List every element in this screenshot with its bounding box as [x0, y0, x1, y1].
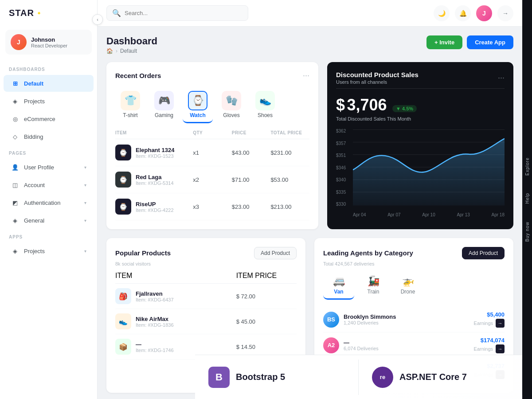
agent-name: Brooklyn Simmons [344, 313, 396, 320]
breadcrumb: 🏠 › Default [106, 48, 157, 54]
rating-arrow[interactable]: → [496, 319, 505, 328]
explore-label[interactable]: Explore [525, 157, 530, 176]
add-product-button[interactable]: Add Product [254, 247, 297, 259]
help-label[interactable]: Help [525, 193, 530, 204]
add-product-button-2[interactable]: Add Product [462, 247, 505, 259]
search-input[interactable] [125, 10, 243, 16]
rating-label: Earnings [474, 346, 493, 352]
sidebar-item-default[interactable]: ⊞ Default [4, 75, 94, 92]
chart-y-labels: $362 $357 $351 $346 $340 $335 $330 [336, 129, 352, 207]
rating-arrow[interactable]: → [496, 344, 505, 353]
order-qty: x1 [193, 149, 232, 156]
cat-tab-watch[interactable]: ⌚ Watch [183, 87, 213, 123]
order-thumbnail: ⌚ [115, 145, 131, 160]
page-content: Dashboard 🏠 › Default + Invite Create Ap… [98, 27, 522, 399]
product-price: $ 45.00 [236, 318, 297, 325]
theme-toggle-icon[interactable]: 🌙 [434, 5, 450, 21]
drone-icon: 🚁 [402, 275, 414, 287]
shoes-icon: 👟 [255, 91, 275, 110]
card-menu-icon[interactable]: ··· [303, 71, 309, 80]
agent-cat-van[interactable]: 🚐 Van [323, 272, 354, 300]
top-row: Recent Orders ··· 👕 T-shirt 🎮 Gaming ⌚ [106, 62, 513, 229]
arrow-right-icon[interactable]: → [497, 5, 513, 21]
sidebar-item-bidding[interactable]: ◇ Bidding [4, 128, 94, 145]
chevron-down-icon: ▾ [84, 165, 86, 170]
col-price: ITEM PRICE [236, 272, 297, 280]
sidebar-item-account[interactable]: ◫ Account ▾ [4, 176, 94, 193]
cat-label: Gloves [223, 112, 239, 118]
product-name: — [136, 341, 174, 348]
user-role: React Developer [31, 43, 67, 48]
sales-title: Discounted Product Sales [336, 71, 419, 78]
product-info: Nike AirMax Item: #XDG-1836 [136, 316, 174, 328]
topbar-right: 🌙 🔔 J → [434, 5, 513, 21]
cat-label: Train [368, 289, 379, 295]
sidebar-item-apps-projects[interactable]: ◈ Projects ▾ [4, 243, 94, 259]
cat-label: T-shirt [123, 112, 137, 118]
promo-aspnet[interactable]: re ASP.NET Core 7 [359, 360, 522, 395]
user-profile-card[interactable]: J Johnson React Developer [5, 30, 92, 55]
cat-label: Gaming [155, 112, 173, 118]
notification-icon[interactable]: 🔔 [455, 5, 471, 21]
create-app-button[interactable]: Create App [467, 35, 513, 49]
order-info: Elephant 1324 Item: #XDG-1523 [136, 147, 174, 159]
chart-x-labels: Apr 04 Apr 07 Apr 10 Apr 13 Apr 18 [353, 212, 505, 217]
products-table: ITEM ITEM PRICE 🎒 Fjallraven Item: #XDG-… [115, 272, 297, 360]
order-price: $71.00 [232, 176, 271, 183]
product-info: — Item: #XDG-1746 [136, 341, 174, 353]
order-id: Item: #XDG-1523 [136, 153, 174, 159]
col-item: ITEM [115, 130, 193, 135]
page-header-left: Dashboard 🏠 › Default [106, 35, 157, 54]
breadcrumb-sep: › [116, 48, 117, 54]
logo-star-icon: ✦ [37, 10, 41, 16]
pages-section-label: PAGES [0, 145, 97, 158]
buy-now-label[interactable]: Buy now [525, 222, 530, 242]
page-title: Dashboard [106, 35, 157, 47]
cat-tab-gloves[interactable]: 🧤 Gloves [216, 87, 246, 123]
sidebar-item-label: Bidding [24, 133, 43, 140]
col-qty: QTY [193, 130, 232, 135]
chart-label-y: $362 [336, 129, 352, 133]
promo-bootstrap[interactable]: B Bootstrap 5 [195, 360, 359, 395]
chevron-down-icon: ▾ [84, 218, 86, 223]
sidebar-item-ecommerce[interactable]: ◎ eCommerce [4, 110, 94, 127]
product-price: $ 14.50 [236, 344, 297, 350]
order-info: RiseUP Item: #XDG-4222 [136, 201, 174, 213]
sidebar-item-authentication[interactable]: ◩ Authentication ▾ [4, 194, 94, 211]
order-total: $53.00 [270, 176, 309, 183]
sidebar-item-general[interactable]: ◈ General ▾ [4, 212, 94, 229]
sidebar-item-label: eCommerce [24, 116, 55, 122]
sales-subtitle: Users from all channels [336, 79, 419, 85]
search-bar[interactable]: 🔍 [106, 5, 248, 21]
agent-stats: $5,400 Earnings → [474, 311, 505, 328]
home-icon: 🏠 [106, 48, 113, 54]
agent-cat-drone[interactable]: 🚁 Drone [392, 272, 423, 300]
topbar-avatar[interactable]: J [476, 5, 492, 21]
order-price: $43.00 [232, 149, 271, 156]
cat-label: Drone [401, 289, 415, 295]
cat-tab-gaming[interactable]: 🎮 Gaming [149, 87, 179, 123]
chevron-down-icon: ▾ [84, 249, 86, 254]
projects-icon: ◈ [11, 97, 20, 106]
chart-label-y: $340 [336, 177, 352, 182]
user-profile-icon: 👤 [11, 163, 20, 172]
card-menu-icon[interactable]: ··· [498, 73, 505, 82]
product-info: Fjallraven Item: #XDG-6437 [136, 290, 174, 302]
col-price: PRICE [232, 130, 271, 135]
sidebar-item-user-profile[interactable]: 👤 User Profile ▾ [4, 159, 94, 176]
chart-label-x: Apr 04 [353, 212, 366, 217]
order-info: Red Laga Item: #XDG-5314 [136, 174, 174, 186]
cat-tab-shoes[interactable]: 👟 Shoes [250, 87, 280, 123]
sidebar-collapse-button[interactable]: ‹ [92, 14, 103, 25]
gloves-icon: 🧤 [222, 91, 241, 110]
agent-rating: Earnings → [474, 319, 505, 328]
invite-button[interactable]: + Invite [426, 35, 462, 49]
agent-cat-train[interactable]: 🚂 Train [358, 272, 389, 300]
table-row: ⌚ Red Laga Item: #XDG-5314 x2 $71.00 $53… [115, 166, 309, 193]
product-id: Item: #XDG-1836 [136, 322, 174, 328]
sidebar-item-projects[interactable]: ◈ Projects [4, 93, 94, 110]
cat-tab-tshirt[interactable]: 👕 T-shirt [115, 87, 145, 123]
agent-name: — [344, 339, 379, 346]
agent-earnings: $5,400 [474, 311, 505, 318]
popular-header-left: Popular Products [115, 249, 171, 257]
